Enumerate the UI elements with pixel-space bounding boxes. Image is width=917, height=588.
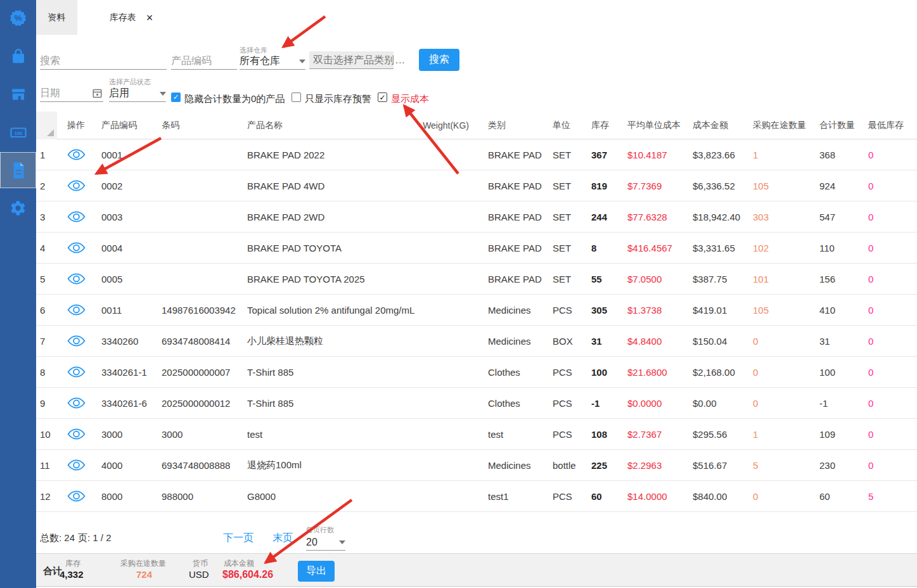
- cell-min-stock: 0: [865, 243, 917, 253]
- table-row[interactable]: 2 0002 BRAKE PAD 4WD BRAKE PAD SET 819 $…: [36, 170, 917, 201]
- status-value: 启用: [109, 87, 129, 100]
- warehouse-value: 所有仓库: [240, 54, 280, 68]
- cell-avg-cost: $2.2963: [624, 460, 689, 471]
- shopping-bag-icon: [10, 48, 27, 65]
- next-page-link[interactable]: 下一页: [223, 532, 253, 545]
- cell-stock: 55: [588, 274, 624, 284]
- sidebar-item-discount[interactable]: %: [0, 0, 36, 36]
- per-page-select[interactable]: 20: [306, 534, 345, 551]
- eye-icon: [67, 148, 86, 161]
- show-cost-label[interactable]: 显示成本: [391, 93, 429, 105]
- sidebar-item-settings[interactable]: [0, 190, 36, 226]
- sidebar-item-reports[interactable]: [0, 152, 36, 188]
- cell-product-name: T-Shirt 885: [244, 367, 421, 378]
- cell-stock: 225: [588, 460, 624, 471]
- status-select[interactable]: 启用: [109, 86, 166, 102]
- hide-zero-label[interactable]: 隐藏合计数量为0的产品: [184, 93, 285, 105]
- cell-barcode: 6934748008414: [158, 336, 244, 347]
- view-button[interactable]: [67, 459, 86, 471]
- cell-stock: -1: [588, 398, 624, 409]
- cell-barcode: 2025000000007: [158, 367, 244, 378]
- chevron-down-icon: [339, 540, 345, 544]
- cell-category: Medicines: [472, 336, 548, 347]
- cell-unit: SET: [548, 212, 588, 222]
- show-cost-checkbox[interactable]: ✓: [378, 93, 387, 102]
- cell-category: Clothes: [472, 367, 548, 378]
- table-row[interactable]: 11 4000 6934748008888 退烧药100ml Medicines…: [36, 450, 917, 481]
- row-number: 3: [36, 212, 57, 222]
- cell-stock: 244: [588, 212, 624, 222]
- cell-stock: 108: [588, 429, 624, 440]
- category-input[interactable]: [309, 51, 394, 69]
- view-button[interactable]: [67, 335, 86, 347]
- last-page-link[interactable]: 末页: [273, 532, 293, 545]
- tab-data[interactable]: 资料: [36, 0, 77, 35]
- chevron-down-icon: [299, 60, 305, 63]
- view-button[interactable]: [67, 272, 86, 285]
- cell-product-code: 0002: [95, 181, 158, 191]
- cell-unit: PCS: [548, 398, 588, 409]
- view-button[interactable]: [67, 366, 86, 378]
- export-button[interactable]: 导出: [298, 561, 335, 582]
- table-row[interactable]: 9 3340261-6 2025000000012 T-Shirt 885 Cl…: [36, 388, 917, 419]
- tab-inventory[interactable]: 库存表 ×: [77, 0, 185, 35]
- cell-avg-cost: $2.7367: [624, 429, 689, 440]
- view-button[interactable]: [67, 490, 86, 502]
- table-row[interactable]: 4 0004 BRAKE PAD TOYOTA BRAKE PAD SET 8 …: [36, 233, 917, 264]
- warehouse-select[interactable]: 所有仓库: [240, 53, 305, 70]
- per-page-label: 每页行数: [306, 525, 334, 535]
- view-button[interactable]: [67, 241, 86, 254]
- page-indicator-label: 页:: [78, 532, 90, 543]
- eye-icon: [67, 210, 86, 223]
- table-row[interactable]: 1 0001 BRAKE PAD 2022 BRAKE PAD SET 367 …: [36, 139, 917, 170]
- sidebar-item-cash[interactable]: 100: [0, 114, 36, 150]
- search-button[interactable]: 搜索: [419, 49, 459, 71]
- warning-only-label[interactable]: 只显示库存预警: [305, 93, 371, 105]
- close-icon[interactable]: ×: [146, 12, 153, 23]
- row-number: 9: [36, 398, 57, 409]
- product-code-input[interactable]: [171, 52, 237, 70]
- summary-currency-value: USD: [189, 569, 209, 580]
- table-row[interactable]: 5 0005 BRAKE PAD TOYOTA 2025 BRAKE PAD S…: [36, 264, 917, 295]
- view-button[interactable]: [67, 148, 86, 161]
- view-button[interactable]: [67, 428, 86, 440]
- view-button[interactable]: [67, 179, 86, 192]
- view-button[interactable]: [67, 397, 86, 409]
- summary-cost-label: 成本金额: [224, 558, 254, 569]
- cell-total: 368: [816, 150, 865, 160]
- summary-cost-value: $86,604.26: [222, 569, 273, 580]
- table-row[interactable]: 3 0003 BRAKE PAD 2WD BRAKE PAD SET 244 $…: [36, 201, 917, 233]
- table-row[interactable]: 8 3340261-1 2025000000007 T-Shirt 885 Cl…: [36, 357, 917, 388]
- cell-avg-cost: $77.6328: [624, 212, 689, 222]
- cell-stock: 819: [588, 181, 624, 191]
- chevron-down-icon: [160, 92, 166, 96]
- sidebar-item-store[interactable]: [0, 76, 36, 112]
- cell-barcode: 988000: [158, 491, 244, 502]
- col-transit: 采购在途数量: [750, 120, 816, 131]
- table-row[interactable]: 12 8000 988000 G8000 test1 PCS 60 $14.00…: [36, 481, 917, 512]
- table-row[interactable]: 7 3340260 6934748008414 小儿柴桂退热颗粒 Medicin…: [36, 326, 917, 357]
- summary-transit-label: 采购在途数量: [120, 558, 166, 569]
- cell-cost-amount: $6,336.52: [689, 181, 750, 191]
- col-barcode: 条码: [158, 120, 244, 131]
- search-input[interactable]: [40, 52, 167, 70]
- view-button[interactable]: [67, 210, 86, 223]
- warning-only-checkbox[interactable]: [292, 93, 301, 102]
- table-row[interactable]: 6 0011 14987616003942 Topical solution 2…: [36, 295, 917, 326]
- row-number: 12: [36, 491, 57, 502]
- gear-icon: [10, 200, 27, 217]
- table-row[interactable]: 10 3000 3000 test test PCS 108 $2.7367 $…: [36, 419, 917, 450]
- cell-unit: SET: [548, 274, 588, 284]
- view-button[interactable]: [67, 304, 86, 316]
- cell-product-name: BRAKE PAD 4WD: [244, 181, 421, 191]
- sidebar-item-sales[interactable]: [0, 38, 36, 74]
- table-corner-cell[interactable]: [36, 112, 57, 139]
- cell-product-code: 0001: [95, 150, 158, 160]
- banknote-icon: 100: [10, 124, 27, 141]
- hide-zero-checkbox[interactable]: ✓: [171, 93, 181, 102]
- per-page-value: 20: [306, 537, 317, 548]
- page-indicator: 页: 1 / 2: [78, 532, 112, 544]
- calendar-icon[interactable]: [93, 88, 102, 98]
- cell-product-code: 3340261-6: [95, 398, 158, 409]
- store-icon: [10, 86, 27, 103]
